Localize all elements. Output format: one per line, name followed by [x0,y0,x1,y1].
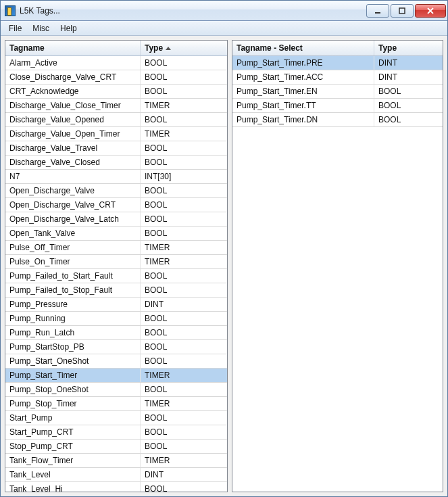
cell-type: BOOL [141,269,227,283]
right-col-tagname[interactable]: Tagname - Select [232,41,374,55]
svg-rect-0 [375,12,380,14]
cell-type: TIMER [141,255,227,268]
left-grid-header: Tagname Type [5,41,227,56]
table-row[interactable]: Open_Tank_ValveBOOL [5,227,227,241]
cell-tagname: Pump_Pressure [5,298,141,311]
table-row[interactable]: Pump_Run_LatchBOOL [5,326,227,340]
cell-type: BOOL [141,326,227,339]
cell-type: TIMER [141,241,227,254]
left-col-tagname[interactable]: Tagname [5,41,141,55]
cell-type: BOOL [141,141,227,155]
cell-type: BOOL [141,425,227,439]
cell-tagname: Open_Tank_Valve [5,227,141,240]
cell-tagname: Pump_Failed_to_Start_Fault [5,269,141,283]
left-col-type-label: Type [145,43,163,53]
cell-tagname: Start_Pump [5,411,141,425]
table-row[interactable]: Open_Discharge_Valve_LatchBOOL [5,212,227,227]
table-row[interactable]: Pump_PressureDINT [5,298,227,312]
table-row[interactable]: Stop_Pump_CRTBOOL [5,440,227,454]
cell-tagname: Pump_Start_Timer.ACC [232,70,374,84]
table-row[interactable]: Discharge_Valve_ClosedBOOL [5,156,227,170]
close-button[interactable] [415,4,446,18]
table-row[interactable]: Pump_Start_Timer.TTBOOL [232,99,443,113]
cell-tagname: Open_Discharge_Valve_CRT [5,198,141,212]
minimize-button[interactable] [366,4,389,18]
table-row[interactable]: Open_Discharge_Valve_CRTBOOL [5,198,227,212]
table-row[interactable]: CRT_AcknowledgeBOOL [5,85,227,99]
menu-help[interactable]: Help [55,22,82,34]
cell-type: BOOL [141,113,227,126]
table-row[interactable]: Discharge_Value_TravelBOOL [5,141,227,156]
table-row[interactable]: Close_Discharge_Valve_CRTBOOL [5,70,227,85]
cell-type: DINT [374,70,443,84]
table-row[interactable]: N7INT[30] [5,170,227,184]
table-row[interactable]: Tank_LevelDINT [5,468,227,482]
cell-type: TIMER [141,127,227,141]
table-row[interactable]: Pump_Failed_to_Start_FaultBOOL [5,269,227,283]
maximize-button[interactable] [391,4,414,18]
cell-tagname: Discharge_Valve_Closed [5,156,141,169]
table-row[interactable]: Discharge_Value_OpenedBOOL [5,113,227,127]
table-row[interactable]: Pump_Failed_to_Stop_FaultBOOL [5,283,227,298]
cell-tagname: Pump_Start_OneShot [5,354,141,368]
table-row[interactable]: Tank_Level_HiBOOL [5,482,227,492]
cell-tagname: Start_Pump_CRT [5,425,141,439]
cell-tagname: Pump_Start_Timer.EN [232,85,374,98]
cell-type: BOOL [141,482,227,492]
cell-type: DINT [374,56,443,70]
cell-tagname: Open_Discharge_Valve_Latch [5,212,141,226]
cell-type: BOOL [141,440,227,453]
table-row[interactable]: Start_Pump_CRTBOOL [5,425,227,440]
minimize-icon [374,7,381,14]
cell-type: BOOL [141,198,227,212]
cell-tagname: Pump_Start_Timer.DN [232,113,374,126]
table-row[interactable]: Pulse_Off_TimerTIMER [5,241,227,255]
left-col-type[interactable]: Type [141,41,227,55]
menu-file[interactable]: File [3,22,27,34]
table-row[interactable]: Tank_Flow_TimerTIMER [5,454,227,468]
left-tags-pane: Tagname Type Alarm_ActiveBOOLClose_Disch… [5,40,228,492]
table-row[interactable]: Pump_Start_Timer.DNBOOL [232,113,443,127]
table-row[interactable]: Pump_RunningBOOL [5,312,227,326]
table-row[interactable]: Discharge_Value_Close_TimerTIMER [5,99,227,113]
table-row[interactable]: Start_PumpBOOL [5,411,227,425]
cell-type: BOOL [141,354,227,368]
cell-tagname: Pump_Start_Timer.TT [232,99,374,112]
table-row[interactable]: Open_Discharge_ValveBOOL [5,184,227,198]
table-row[interactable]: Pump_Stop_OneShotBOOL [5,383,227,397]
table-row[interactable]: Pump_Start_Timer.ENBOOL [232,85,443,99]
table-row[interactable]: Discharge_Value_Open_TimerTIMER [5,127,227,141]
cell-type: BOOL [141,227,227,240]
cell-tagname: Discharge_Value_Close_Timer [5,99,141,112]
cell-type: BOOL [374,99,443,112]
right-col-type-label: Type [378,43,397,53]
cell-type: DINT [141,468,227,481]
close-icon [426,7,434,14]
left-grid-body[interactable]: Alarm_ActiveBOOLClose_Discharge_Valve_CR… [5,56,227,492]
cell-tagname: N7 [5,170,141,183]
cell-type: TIMER [141,99,227,112]
table-row[interactable]: Pump_Start_Timer.ACCDINT [232,70,443,85]
cell-type: BOOL [141,85,227,98]
table-row[interactable]: Pump_Start_TimerTIMER [5,369,227,383]
table-row[interactable]: Pump_Stop_TimerTIMER [5,397,227,411]
cell-tagname: Discharge_Value_Open_Timer [5,127,141,141]
cell-tagname: Pump_Run_Latch [5,326,141,339]
table-row[interactable]: Pump_Start_Timer.PREDINT [232,56,443,70]
cell-type: BOOL [141,212,227,226]
titlebar[interactable]: L5K Tags... [1,1,447,21]
table-row[interactable]: Pump_Start_OneShotBOOL [5,354,227,369]
cell-tagname: Tank_Level_Hi [5,482,141,492]
table-row[interactable]: Alarm_ActiveBOOL [5,56,227,70]
right-grid-body[interactable]: Pump_Start_Timer.PREDINTPump_Start_Timer… [232,56,443,492]
table-row[interactable]: Pump_StartStop_PBBOOL [5,340,227,354]
menu-misc[interactable]: Misc [27,22,55,34]
table-row[interactable]: Pulse_On_TimerTIMER [5,255,227,269]
right-col-type[interactable]: Type [374,41,443,55]
cell-type: BOOL [141,156,227,169]
cell-tagname: Pump_Start_Timer [5,369,141,382]
cell-tagname: CRT_Acknowledge [5,85,141,98]
cell-tagname: Open_Discharge_Valve [5,184,141,197]
cell-type: BOOL [141,340,227,354]
cell-type: BOOL [141,283,227,297]
